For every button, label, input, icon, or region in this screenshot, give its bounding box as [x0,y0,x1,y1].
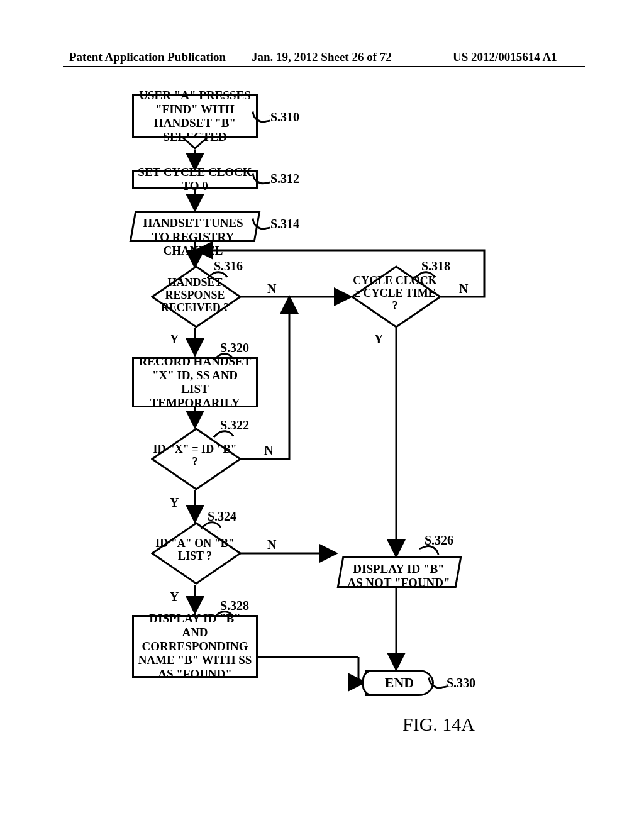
ref-s310: S.310 [270,110,299,124]
node-s330-text: END [385,675,414,691]
node-s316-text: HANDSET RESPONSE RECEIVED ? [151,277,239,314]
node-s326: DISPLAY ID "B" AS NOT "FOUND" [337,556,462,588]
edge-s324-y: Y [170,590,179,604]
node-s330: END [365,670,434,696]
ref-s318: S.318 [421,259,450,274]
node-s320-text: RECORD HANDSET "X" ID, SS AND LIST TEMPO… [138,355,252,409]
flowchart-canvas: USER "A" PRESSES "FIND" WITH HANDSET "B"… [126,94,579,761]
node-s322-text: ID "X" = ID "B" ? [151,443,239,468]
node-s326-text: DISPLAY ID "B" AS NOT "FOUND" [341,558,457,594]
header-rule [63,66,585,67]
edge-s322-n: N [264,443,273,458]
node-s328: DISPLAY ID "B" AND CORRESPONDING NAME "B… [132,615,258,678]
ref-s320: S.320 [220,341,249,355]
node-s320: RECORD HANDSET "X" ID, SS AND LIST TEMPO… [132,357,258,407]
header-mid: Jan. 19, 2012 Sheet 26 of 72 [252,50,392,64]
edge-s316-y: Y [170,332,179,346]
edge-s316-n: N [267,282,276,296]
ref-s326: S.326 [425,533,453,548]
header-left: Patent Application Publication [69,50,226,64]
ref-s330: S.330 [447,676,475,690]
node-s324: ID "A" ON "B" LIST ? [151,522,239,585]
node-s312-text: SET CYCLE CLOCK TO 0 [138,165,252,193]
edge-s324-n: N [267,538,276,552]
node-s310-text: USER "A" PRESSES "FIND" WITH HANDSET "B"… [138,89,252,143]
edge-s318-y: Y [374,332,383,346]
edge-s318-n: N [459,282,468,296]
node-s310: USER "A" PRESSES "FIND" WITH HANDSET "B"… [132,94,258,138]
node-s328-text: DISPLAY ID "B" AND CORRESPONDING NAME "B… [138,612,252,680]
figure-caption: FIG. 14A [402,714,475,735]
ref-s314: S.314 [270,217,299,231]
node-s324-text: ID "A" ON "B" LIST ? [151,538,239,563]
ref-s312: S.312 [270,172,299,186]
ref-s316: S.316 [214,259,243,274]
ref-s322: S.322 [220,418,249,433]
node-s312: SET CYCLE CLOCK TO 0 [132,170,258,189]
node-s310-tail [182,138,208,150]
node-s314: HANDSET TUNES TO REGISTRY CHANNEL [130,211,261,242]
terminator-left-cap [362,670,372,696]
node-s314-text: HANDSET TUNES TO REGISTRY CHANNEL [132,213,254,262]
ref-s324: S.324 [208,509,236,524]
header-right: US 2012/0015614 A1 [453,50,557,64]
edge-s322-y: Y [170,495,179,510]
ref-s328: S.328 [220,599,249,613]
